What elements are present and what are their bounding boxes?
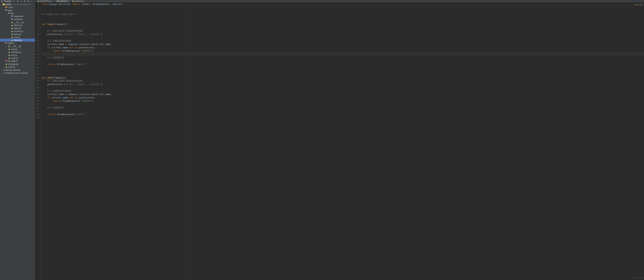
warning-indicator[interactable]: ▲ 1: [640, 3, 643, 6]
tree-item-apps-py[interactable]: ›apps.py: [0, 27, 35, 30]
line-number: 2: [35, 6, 39, 9]
external-libraries[interactable]: › ⫴ External Libraries: [0, 68, 35, 71]
tree-item-tests-py[interactable]: tests.py: [0, 33, 35, 36]
line-number: 34: [35, 113, 39, 116]
tree-item-正则-py[interactable]: 正则.py: [0, 65, 35, 68]
code-line[interactable]: # Create your views here.: [42, 12, 644, 16]
tree-item-urls-py[interactable]: urls.py: [0, 36, 35, 39]
close-icon[interactable]: ×: [84, 0, 86, 2]
tree-item-__init__-py[interactable]: __init__.py: [0, 21, 35, 24]
tree-item-views-py[interactable]: ›views.py: [0, 39, 35, 42]
code-line[interactable]: # 2.判断是否具有权限: [42, 39, 644, 42]
chevron-right-icon[interactable]: ›: [4, 6, 5, 8]
tree-item-apps[interactable]: ⌄apps: [0, 9, 35, 12]
chevron-down-icon[interactable]: ⌄: [4, 9, 5, 11]
code-line[interactable]: return HttpResponse("无权访问"): [42, 49, 644, 52]
code-line[interactable]: current_name = request.resolver_match.ur…: [42, 93, 644, 96]
locate-icon[interactable]: ⊕: [16, 0, 19, 2]
inspection-widget[interactable]: ▲ 2▲ 1: [635, 3, 643, 6]
tree-item-models-py[interactable]: models.py: [0, 30, 35, 33]
close-icon[interactable]: ×: [52, 0, 54, 2]
project-tree[interactable]: ⌄ 📁 day03 ~/PycharmProjects/5x_ ›.venv⌄a…: [0, 2, 35, 280]
editor-tab[interactable]: day03/urls.py×: [36, 0, 55, 2]
tree-item-label: tests.py: [14, 33, 21, 35]
tree-item--venv[interactable]: ›.venv: [0, 6, 35, 9]
chevron-right-icon[interactable]: ›: [1, 72, 2, 74]
folder-icon: [8, 12, 10, 14]
code-line[interactable]: # 1.获取当前用户具备的所有权限: [42, 79, 644, 83]
code-line[interactable]: permissions = ["xx", "login", 'account']: [42, 83, 644, 86]
collapse-all-icon[interactable]: ⇵: [24, 0, 26, 2]
code-line[interactable]: if current_name not in permissions:: [42, 46, 644, 49]
chevron-right-icon[interactable]: ›: [9, 15, 11, 17]
hide-icon[interactable]: —: [30, 0, 33, 2]
code-line[interactable]: [42, 19, 644, 22]
code-line[interactable]: [42, 66, 644, 69]
tree-item-migrations[interactable]: ›migrations: [0, 15, 35, 18]
project-label[interactable]: Project: [4, 0, 12, 2]
scratches-and-consoles[interactable]: › ◎ Scratches and Consoles: [0, 71, 35, 74]
code-line[interactable]: [42, 109, 644, 113]
code-line[interactable]: return HttpResponse("无权访问"): [42, 99, 644, 103]
code-line[interactable]: [42, 36, 644, 39]
editor-tab[interactable]: views.py×: [55, 0, 70, 2]
code-line[interactable]: # 3.有权限访问: [42, 56, 644, 59]
chevron-right-icon[interactable]: ›: [1, 69, 2, 71]
line-number: 12: [35, 39, 39, 42]
settings-icon[interactable]: ⚙: [27, 0, 29, 2]
chevron-down-icon[interactable]: ⌄: [1, 3, 2, 5]
dropdown-arrow-icon[interactable]: ▾: [13, 0, 15, 2]
expand-all-icon[interactable]: ≡: [20, 0, 22, 2]
code-line[interactable]: [42, 26, 644, 29]
chevron-right-icon[interactable]: ›: [9, 39, 11, 41]
project-view-icon[interactable]: ▤: [1, 0, 3, 2]
code-line[interactable]: # 2.判断是否具有权限: [42, 89, 644, 93]
code-line[interactable]: # 3.有权限访问: [42, 106, 644, 109]
code-line[interactable]: [42, 72, 644, 76]
tree-root[interactable]: ⌄ 📁 day03 ~/PycharmProjects/5x_: [0, 3, 35, 6]
code-line[interactable]: def login(request):: [42, 22, 644, 26]
tree-item-settings-py[interactable]: settings.py: [0, 51, 35, 53]
code-line[interactable]: [42, 116, 644, 119]
tree-item-api[interactable]: ⌄api: [0, 12, 35, 15]
code-line[interactable]: [42, 59, 644, 62]
code-line[interactable]: [42, 9, 644, 12]
code-line[interactable]: def auth(request):: [42, 76, 644, 79]
chevron-right-icon[interactable]: ›: [9, 18, 11, 20]
tree-item-wsgi-py[interactable]: wsgi.py: [0, 56, 35, 59]
code-line[interactable]: current_name = request.resolver_match.ur…: [42, 42, 644, 46]
line-number: 5: [35, 16, 39, 19]
tree-item-day03[interactable]: ⌄day03: [0, 42, 35, 45]
code-line[interactable]: return HttpResponse("login"): [42, 62, 644, 66]
tree-item-admin-py[interactable]: admin.py: [0, 24, 35, 27]
tree-item-__init__-py[interactable]: __init__.py: [0, 45, 35, 48]
tree-item-db-sqlite3[interactable]: db.sqlite3: [0, 59, 35, 62]
code-line[interactable]: [42, 86, 644, 89]
chevron-down-icon[interactable]: ⌄: [6, 12, 8, 14]
code-line[interactable]: permissions = ["xx", "login", 'account']: [42, 32, 644, 36]
chevron-down-icon[interactable]: ⌄: [4, 42, 5, 44]
code-editor[interactable]: 1234567891011121314151617181920212223242…: [35, 2, 644, 280]
code-line[interactable]: from django.shortcuts import render, Htt…: [42, 2, 644, 6]
code-line[interactable]: return HttpResponse("auth"): [42, 113, 644, 116]
tree-item-templates[interactable]: ›templates: [0, 18, 35, 21]
line-number: 1: [35, 2, 39, 6]
editor-tab[interactable]: api/urls.py×: [70, 0, 87, 2]
chevron-right-icon[interactable]: ›: [4, 63, 5, 65]
warning-indicator[interactable]: ▲ 2: [635, 3, 638, 6]
code-line[interactable]: [42, 16, 644, 19]
code-line[interactable]: # 1.获取当前用户具备的所有权限: [42, 29, 644, 32]
warning-icon: ▲: [640, 3, 641, 6]
code-line[interactable]: [42, 103, 644, 106]
code-line[interactable]: [42, 69, 644, 72]
code-line[interactable]: [42, 6, 644, 9]
tree-item-urls-py[interactable]: urls.py: [0, 53, 35, 56]
tree-item-asgi-py[interactable]: asgi.py: [0, 48, 35, 51]
close-icon[interactable]: ×: [68, 0, 69, 2]
tab-label: day03/urls.py: [40, 0, 52, 2]
chevron-right-icon[interactable]: ›: [9, 27, 11, 29]
tree-item-manage-py[interactable]: ›manage.py: [0, 62, 35, 65]
code-line[interactable]: [42, 52, 644, 56]
code-line[interactable]: if current_name not in permissions:: [42, 96, 644, 99]
code-area[interactable]: from django.shortcuts import render, Htt…: [41, 2, 644, 280]
